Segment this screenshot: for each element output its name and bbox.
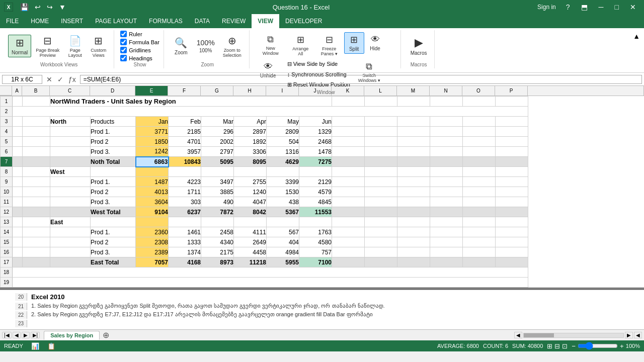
cell-a5[interactable] bbox=[13, 137, 23, 147]
cell-n4[interactable] bbox=[430, 127, 463, 137]
cell-j8[interactable] bbox=[299, 167, 332, 177]
cell-j12[interactable]: 11553 bbox=[299, 207, 332, 217]
cell-f6[interactable]: 3957 bbox=[169, 147, 201, 157]
custom-views-button[interactable]: ⊞ CustomViews bbox=[87, 33, 110, 60]
cell-a13[interactable] bbox=[13, 217, 23, 227]
cell-j14[interactable]: 1763 bbox=[299, 227, 332, 237]
cell-n16[interactable] bbox=[430, 247, 463, 257]
cell-m11[interactable] bbox=[397, 197, 430, 207]
cell-a12[interactable] bbox=[13, 207, 23, 217]
horizontal-scroll-thumb[interactable] bbox=[524, 333, 554, 337]
cancel-formula-button[interactable]: ✕ bbox=[44, 75, 54, 83]
tab-home[interactable]: HOME bbox=[25, 14, 55, 28]
zoom-button[interactable]: 🔍 Zoom bbox=[170, 35, 192, 57]
cell-k8[interactable] bbox=[332, 167, 365, 177]
cell-a1[interactable] bbox=[13, 97, 23, 107]
save-button[interactable]: 💾 bbox=[18, 2, 31, 12]
cell-m12[interactable] bbox=[397, 207, 430, 217]
cell-g15[interactable]: 4340 bbox=[201, 237, 234, 247]
cell-b7[interactable] bbox=[23, 157, 50, 167]
horizontal-scrollbar[interactable] bbox=[523, 333, 624, 338]
gridlines-checkbox[interactable] bbox=[120, 47, 127, 53]
cell-m8[interactable] bbox=[397, 167, 430, 177]
cell-g16[interactable]: 2175 bbox=[201, 247, 234, 257]
cell-i17[interactable]: 5955 bbox=[267, 257, 299, 267]
new-window-button[interactable]: ⧉ NewWindow bbox=[256, 32, 286, 58]
page-layout-status-button[interactable]: ⊟ bbox=[554, 342, 560, 350]
cell-j9[interactable]: 2129 bbox=[299, 177, 332, 187]
cell-k15[interactable] bbox=[332, 237, 365, 247]
cell-b1[interactable] bbox=[23, 97, 50, 107]
scroll-right-button[interactable]: ▶ bbox=[625, 332, 633, 338]
cell-e10[interactable]: 4013 bbox=[136, 187, 169, 197]
cell-p12[interactable] bbox=[496, 207, 528, 217]
zoom-out-button[interactable]: − bbox=[572, 342, 576, 350]
cell-f7[interactable]: 10843 bbox=[169, 157, 201, 167]
cell-p11[interactable] bbox=[496, 197, 528, 207]
cell-k14[interactable] bbox=[332, 227, 365, 237]
cell-k7[interactable] bbox=[332, 157, 365, 167]
col-header-i[interactable]: I bbox=[266, 86, 299, 96]
cell-o17[interactable] bbox=[463, 257, 496, 267]
cell-o12[interactable] bbox=[463, 207, 496, 217]
maximize-button[interactable]: □ bbox=[611, 2, 623, 12]
sheet-nav-last[interactable]: ▶| bbox=[31, 332, 40, 338]
scroll-left-button[interactable]: ◀ bbox=[514, 332, 522, 338]
cell-k11[interactable] bbox=[332, 197, 365, 207]
cell-h12[interactable]: 8042 bbox=[234, 207, 267, 217]
cell-m17[interactable] bbox=[397, 257, 430, 267]
ribbon-display-button[interactable]: ⬒ bbox=[577, 2, 592, 12]
cell-d1-title[interactable]: NortWind Traders - Unit Sales by Region bbox=[50, 97, 332, 107]
cell-i11[interactable]: 438 bbox=[267, 197, 299, 207]
cell-d9[interactable]: Prod 1. bbox=[91, 177, 136, 187]
cell-a2[interactable] bbox=[13, 107, 528, 117]
tab-review[interactable]: REVIEW bbox=[216, 14, 252, 28]
cell-c11[interactable] bbox=[50, 197, 91, 207]
cell-j7[interactable]: 7275 bbox=[299, 157, 332, 167]
gridlines-check[interactable]: Gridlines bbox=[120, 47, 159, 53]
cell-d13[interactable] bbox=[91, 217, 136, 227]
minimize-button[interactable]: ─ bbox=[595, 2, 608, 12]
ruler-check[interactable]: Ruler bbox=[120, 31, 159, 37]
customize-qat-button[interactable]: ▼ bbox=[57, 2, 68, 12]
cell-o8[interactable] bbox=[463, 167, 496, 177]
cell-e5[interactable]: 1850 bbox=[136, 137, 169, 147]
cell-k1[interactable] bbox=[332, 97, 365, 107]
cell-n13[interactable] bbox=[430, 217, 463, 227]
cell-j11[interactable]: 4845 bbox=[299, 197, 332, 207]
cell-b13[interactable] bbox=[23, 217, 50, 227]
cell-k17[interactable] bbox=[332, 257, 365, 267]
cell-b9[interactable] bbox=[23, 177, 50, 187]
cell-f14[interactable]: 1461 bbox=[169, 227, 201, 237]
cell-a17[interactable] bbox=[13, 257, 23, 267]
hide-button[interactable]: 👁 Hide bbox=[365, 32, 385, 53]
enter-formula-button[interactable]: ✓ bbox=[55, 75, 65, 83]
cell-e14[interactable]: 2360 bbox=[136, 227, 169, 237]
cell-n3[interactable] bbox=[430, 117, 463, 127]
cell-i9[interactable]: 3399 bbox=[267, 177, 299, 187]
cell-l15[interactable] bbox=[365, 237, 397, 247]
cell-h6[interactable]: 3306 bbox=[234, 147, 267, 157]
cell-b4[interactable] bbox=[23, 127, 50, 137]
cell-h15[interactable]: 2649 bbox=[234, 237, 267, 247]
cell-b6[interactable] bbox=[23, 147, 50, 157]
cell-k5[interactable] bbox=[332, 137, 365, 147]
cell-j10[interactable]: 4579 bbox=[299, 187, 332, 197]
col-header-c[interactable]: C bbox=[50, 86, 90, 96]
cell-e11[interactable]: 3604 bbox=[136, 197, 169, 207]
normal-view-status-button[interactable]: ⊞ bbox=[547, 342, 552, 350]
cell-d6[interactable]: Prod 3. bbox=[91, 147, 136, 157]
cell-o4[interactable] bbox=[463, 127, 496, 137]
cell-o10[interactable] bbox=[463, 187, 496, 197]
cell-f10[interactable]: 1711 bbox=[169, 187, 201, 197]
page-break-preview-button[interactable]: ⊟ Page BreakPreview bbox=[32, 33, 63, 60]
view-side-by-side-button[interactable]: ⊟ View Side by Side bbox=[284, 59, 354, 69]
cell-h14[interactable]: 4111 bbox=[234, 227, 267, 237]
col-header-l[interactable]: L bbox=[364, 86, 397, 96]
sheet-tab-sales-by-region[interactable]: Sales by Region bbox=[44, 331, 100, 340]
sheet-nav-first[interactable]: |◀ bbox=[2, 332, 12, 338]
cell-g14[interactable]: 2458 bbox=[201, 227, 234, 237]
cell-g3[interactable]: Mar bbox=[201, 117, 234, 127]
cell-b3[interactable] bbox=[23, 117, 50, 127]
cell-k13[interactable] bbox=[332, 217, 365, 227]
